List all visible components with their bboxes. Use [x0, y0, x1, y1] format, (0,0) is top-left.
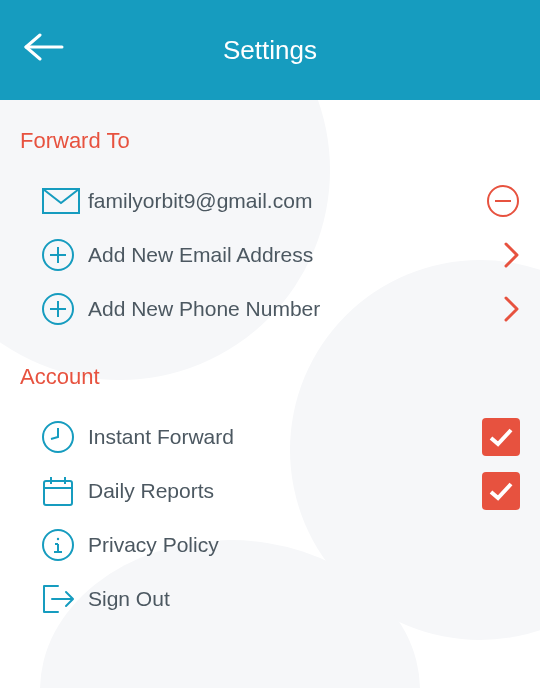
app-header: Settings	[0, 0, 540, 100]
daily-reports-row[interactable]: Daily Reports	[20, 464, 520, 518]
add-email-label: Add New Email Address	[88, 243, 476, 267]
daily-reports-checkbox[interactable]	[482, 472, 520, 510]
section-title-account: Account	[20, 364, 520, 390]
section-title-forward: Forward To	[20, 128, 520, 154]
chevron-right-icon	[476, 242, 520, 268]
svg-point-16	[57, 538, 59, 540]
add-phone-label: Add New Phone Number	[88, 297, 476, 321]
back-button[interactable]	[14, 0, 74, 100]
plus-circle-icon	[42, 239, 88, 271]
plus-circle-icon	[42, 293, 88, 325]
privacy-policy-row[interactable]: Privacy Policy	[20, 518, 520, 572]
daily-reports-label: Daily Reports	[88, 479, 476, 503]
privacy-policy-label: Privacy Policy	[88, 533, 476, 557]
page-title: Settings	[223, 35, 317, 66]
instant-forward-label: Instant Forward	[88, 425, 476, 449]
chevron-right-icon	[476, 296, 520, 322]
sign-out-label: Sign Out	[88, 587, 476, 611]
add-email-row[interactable]: Add New Email Address	[20, 228, 520, 282]
instant-forward-row[interactable]: Instant Forward	[20, 410, 520, 464]
add-phone-row[interactable]: Add New Phone Number	[20, 282, 520, 336]
calendar-icon	[42, 475, 88, 507]
sign-out-icon	[42, 584, 88, 614]
instant-forward-checkbox[interactable]	[482, 418, 520, 456]
forward-email-value: familyorbit9@gmail.com	[88, 189, 476, 213]
settings-content: Forward To familyorbit9@gmail.com Add Ne…	[0, 128, 540, 626]
sign-out-row[interactable]: Sign Out	[20, 572, 520, 626]
svg-rect-11	[44, 481, 72, 505]
info-icon	[42, 529, 88, 561]
clock-icon	[42, 421, 88, 453]
mail-icon	[42, 188, 88, 214]
arrow-left-icon	[22, 33, 66, 68]
forward-email-row[interactable]: familyorbit9@gmail.com	[20, 174, 520, 228]
remove-email-button[interactable]	[476, 184, 520, 218]
